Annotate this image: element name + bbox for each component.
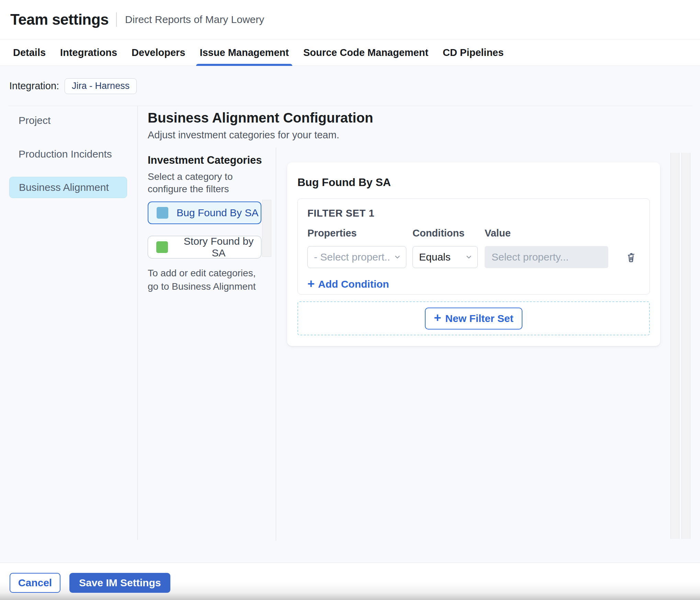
- categories-note: To add or edit categories, go to Busines…: [148, 267, 266, 293]
- category-bug-found-by-sa[interactable]: Bug Found By SA: [148, 201, 261, 224]
- scrollbar-track-inner[interactable]: [670, 153, 679, 539]
- footer-actions: Cancel Save IM Settings: [0, 563, 700, 600]
- tab-issue-management[interactable]: Issue Management: [200, 39, 289, 66]
- tab-source-code-management[interactable]: Source Code Management: [303, 39, 428, 66]
- property-select-placeholder: - Select propert...: [314, 251, 391, 263]
- categories-title: Investment Categories: [148, 154, 275, 166]
- add-condition-label: Add Condition: [318, 278, 389, 290]
- tab-developers[interactable]: Developers: [132, 39, 185, 66]
- filter-card-title: Bug Found By SA: [297, 176, 391, 189]
- category-story-found-by-sa[interactable]: Story Found by SA: [148, 236, 261, 258]
- sidebar-item-project[interactable]: Project: [9, 110, 127, 131]
- new-filter-set-label: New Filter Set: [445, 313, 513, 324]
- condition-select[interactable]: Equals: [413, 246, 478, 268]
- page: Team settings Direct Reports of Mary Low…: [0, 0, 700, 600]
- sidebar-item-business-alignment[interactable]: Business Alignment: [9, 177, 127, 198]
- plus-icon: +: [434, 312, 441, 324]
- column-value: Value: [485, 228, 511, 239]
- categories-scrollbar[interactable]: [262, 200, 271, 257]
- cancel-button[interactable]: Cancel: [10, 573, 60, 593]
- condition-row: - Select propert... Equals: [307, 246, 640, 268]
- category-label: Bug Found By SA: [177, 207, 258, 219]
- investment-categories: Investment Categories Select a category …: [148, 154, 275, 293]
- scrollbar-track-outer[interactable]: [681, 153, 690, 539]
- section-heading: Business Alignment Configuration: [148, 110, 373, 126]
- delete-condition-button[interactable]: [623, 249, 639, 265]
- integration-label: Integration:: [9, 80, 59, 92]
- integration-chip[interactable]: Jira - Harness: [65, 78, 137, 94]
- filter-set-1: FILTER SET 1 Properties Conditions Value…: [297, 198, 650, 295]
- page-subtitle: Direct Reports of Mary Lowery: [125, 14, 264, 25]
- tab-details[interactable]: Details: [13, 39, 46, 66]
- filter-columns: Properties Conditions Value: [307, 228, 640, 239]
- property-select[interactable]: - Select propert...: [307, 246, 406, 268]
- save-im-settings-button[interactable]: Save IM Settings: [69, 573, 170, 593]
- trash-icon: [625, 251, 637, 264]
- tab-cd-pipelines[interactable]: CD Pipelines: [443, 39, 504, 66]
- category-color-swatch: [156, 241, 168, 253]
- chevron-down-icon: [465, 253, 473, 261]
- new-filter-set-button[interactable]: + New Filter Set: [425, 308, 522, 330]
- tab-integrations[interactable]: Integrations: [60, 39, 117, 66]
- add-condition-button[interactable]: + Add Condition: [307, 278, 389, 290]
- title-divider: [116, 12, 117, 27]
- category-color-swatch: [157, 207, 168, 219]
- content-area: Project Production Incidents Business Al…: [0, 106, 700, 563]
- filter-set-title: FILTER SET 1: [307, 208, 640, 219]
- filter-config-card: Bug Found By SA FILTER SET 1 Properties …: [287, 162, 660, 346]
- column-properties: Properties: [307, 228, 413, 239]
- sidebar-item-production-incidents[interactable]: Production Incidents: [9, 143, 127, 165]
- header: Team settings Direct Reports of Mary Low…: [0, 0, 700, 39]
- categories-hint: Select a category to configure the filte…: [148, 171, 268, 195]
- category-label: Story Found by SA: [176, 235, 261, 259]
- plus-icon: +: [307, 278, 315, 290]
- condition-select-value: Equals: [419, 251, 451, 263]
- main-panel: Business Alignment Configuration Adjust …: [138, 106, 700, 563]
- column-conditions: Conditions: [413, 228, 485, 239]
- chevron-down-icon: [394, 253, 401, 261]
- section-subheading: Adjust investment categories for your te…: [148, 129, 339, 141]
- integration-bar: Integration: Jira - Harness: [0, 66, 700, 106]
- tab-bar: Details Integrations Developers Issue Ma…: [0, 39, 700, 66]
- page-title: Team settings: [10, 11, 109, 28]
- value-input[interactable]: [485, 246, 608, 268]
- new-filter-set-dropzone: + New Filter Set: [297, 301, 650, 335]
